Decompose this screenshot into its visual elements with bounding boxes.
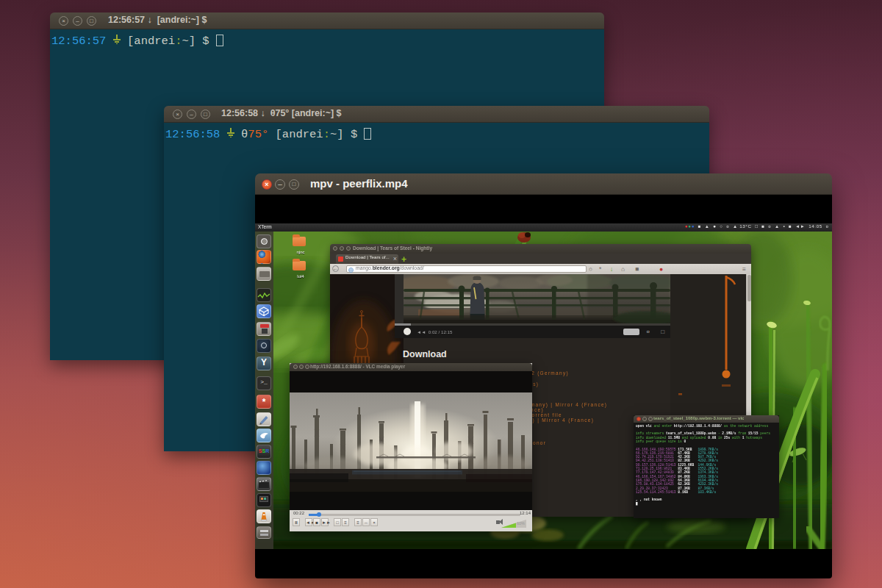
svg-text:60%: 60% bbox=[517, 521, 525, 526]
